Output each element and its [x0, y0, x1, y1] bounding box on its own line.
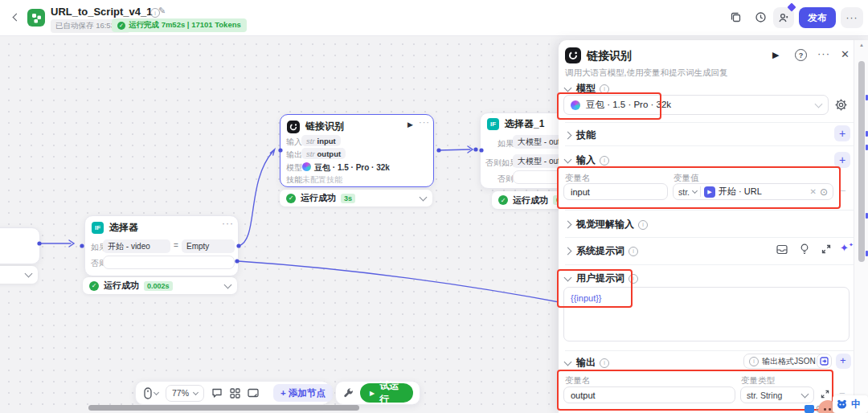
input-label: 输入 [286, 137, 302, 148]
zoom-select[interactable]: 77% [166, 385, 204, 402]
info-icon: i [600, 358, 609, 368]
copy-icon[interactable] [730, 11, 742, 23]
chevron-down-icon[interactable] [224, 280, 232, 288]
model-label: 模型 [286, 162, 302, 174]
ai-optimize-icon[interactable]: ✦✦ [840, 242, 854, 254]
vision-section-header[interactable]: 视觉理解输入 i [565, 218, 648, 231]
node-title: 选择器 [109, 221, 138, 235]
info-icon: i [638, 220, 648, 230]
ime-indicator[interactable]: 中 [833, 395, 868, 413]
var-name-label: 变量名 [565, 375, 591, 386]
play-icon[interactable]: ▶ [407, 121, 413, 129]
else-field[interactable] [103, 256, 235, 269]
type-value: str. String [747, 391, 782, 400]
section-title: 系统提示词 [576, 244, 624, 258]
model-select[interactable]: 豆包 · 1.5 · Pro · 32k [563, 95, 829, 115]
horizontal-scrollbar[interactable] [88, 405, 359, 411]
expand-icon[interactable] [821, 244, 831, 254]
var-value-label: 变量值 [674, 173, 699, 184]
comment-icon[interactable] [211, 387, 223, 399]
play-icon: ▶ [370, 390, 375, 397]
panel-subtitle: 调用大语言模型,使用变量和提示词生成回复 [565, 67, 727, 79]
chevron-down-icon [564, 155, 572, 163]
chevron-right-icon [564, 221, 572, 229]
add-node-button[interactable]: + 添加节点 [273, 384, 333, 402]
user-prompt-textarea[interactable]: {{input}} [563, 287, 850, 341]
selector-status[interactable]: ✓ 运行成功 0.002s [83, 277, 237, 294]
status-text: 运行成功 [104, 280, 139, 292]
partial-node[interactable] [0, 227, 40, 264]
input-section-header[interactable]: 输入 i [565, 153, 609, 167]
section-title: 输入 [576, 153, 596, 167]
back-icon[interactable] [13, 14, 21, 22]
section-title: 输出 [576, 356, 596, 370]
expand-icon[interactable] [821, 390, 829, 399]
var-name: output [317, 149, 342, 158]
run-complete-badge: ✓ 运行完成 7m52s | 17101 Tokens [112, 18, 247, 32]
input-chip: str input [301, 135, 341, 146]
clear-icon[interactable]: ✕ [810, 187, 817, 196]
panel-title: 链接识别 [587, 49, 632, 63]
close-icon[interactable]: ✕ [841, 48, 850, 60]
inspect-icon[interactable]: ⊙ [820, 186, 828, 198]
run-toolbar: ▶ 试运行 [335, 381, 420, 405]
info-icon: i [628, 247, 638, 256]
board-icon[interactable] [248, 388, 259, 399]
help-icon[interactable]: ? [795, 49, 807, 61]
input-value-group[interactable]: str. ▶ 开始 · URL ✕ ⊙ [673, 183, 833, 200]
test-run-button[interactable]: ▶ 试运行 [360, 383, 413, 403]
scrollbar-thumb[interactable] [858, 61, 865, 262]
system-prompt-header[interactable]: 系统提示词 i [565, 244, 638, 258]
scroll-up-icon[interactable]: ▲ [859, 43, 864, 47]
node-llm[interactable]: 链接识别 ▶ ··· 输入 str input 输出 str output 模型… [280, 114, 434, 187]
llm-status[interactable]: ✓ 运行成功 3s [280, 190, 432, 206]
type-select[interactable]: str. [678, 187, 690, 197]
add-output-button[interactable] [836, 354, 851, 369]
add-input-button[interactable]: + [834, 152, 850, 168]
more-icon[interactable]: ··· [419, 117, 430, 127]
more-icon[interactable]: ··· [222, 218, 234, 229]
type-tag: str [306, 149, 315, 158]
prompt-library-icon[interactable] [776, 244, 788, 255]
node-title: 链接识别 [305, 120, 344, 133]
taskbar-app-icon[interactable] [805, 405, 814, 413]
more-icon[interactable]: ··· [817, 47, 830, 59]
model-settings-icon[interactable] [835, 99, 847, 111]
var-name-label: 变量名 [565, 173, 591, 184]
output-name-field[interactable] [563, 386, 735, 403]
output-format-select[interactable]: i 输出格式JSON [743, 354, 829, 369]
condition-right-chip[interactable]: Empty [182, 239, 235, 253]
import-output-button[interactable] [817, 354, 832, 369]
wrench-icon[interactable] [342, 387, 354, 399]
input-name-field[interactable] [563, 183, 668, 200]
run-node-icon[interactable]: ▶ [772, 50, 779, 60]
output-type-select[interactable]: str. String [740, 386, 814, 403]
canvas-toolbar: 77% + 添加节点 [135, 381, 330, 405]
model-section-header[interactable]: 模型 i [565, 82, 609, 96]
node-selector[interactable]: IF 选择器 ··· 如果 开始 - video = Empty 否则 [84, 215, 239, 276]
more-button[interactable]: ··· [841, 7, 863, 28]
type-tag: str [306, 137, 315, 145]
chevron-down-icon[interactable] [25, 270, 33, 278]
model-value: 豆包 · 1.5 · Pro · 32k [586, 99, 671, 111]
remove-input-icon[interactable]: − [840, 185, 846, 197]
history-icon[interactable] [755, 11, 767, 23]
cursor-tool[interactable] [144, 387, 158, 399]
chevron-down-icon[interactable] [420, 193, 428, 201]
add-skill-button[interactable]: + [834, 125, 850, 141]
duration-badge: 3s [341, 194, 355, 203]
user-prompt-header[interactable]: 用户提示词 i [565, 272, 638, 285]
edit-icon[interactable]: ✎ [158, 6, 166, 16]
operator[interactable]: = [174, 241, 178, 250]
panel-scrollbar[interactable]: ▲ [854, 40, 868, 413]
idea-icon[interactable] [800, 243, 809, 255]
condition-left-chip[interactable]: 开始 - video [103, 239, 170, 253]
publish-button[interactable]: 发布 [799, 7, 836, 28]
ime-lang: 中 [851, 398, 861, 411]
skill-section-header[interactable]: 技能 [565, 129, 596, 142]
success-check-icon: ✓ [498, 195, 508, 205]
partial-node-status[interactable] [0, 266, 38, 284]
info-icon: i [600, 156, 609, 166]
layout-grid-icon[interactable] [230, 388, 240, 399]
output-section-header[interactable]: 输出 i [565, 356, 609, 370]
